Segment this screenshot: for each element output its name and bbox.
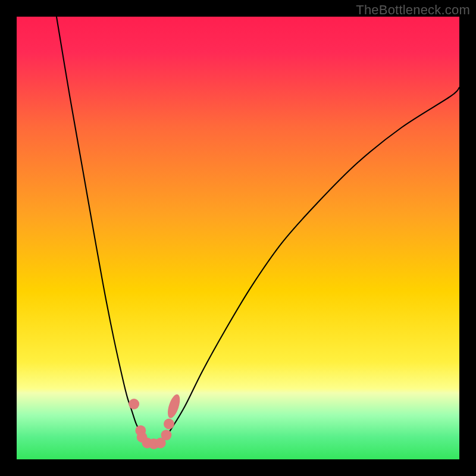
marker-point — [161, 430, 172, 440]
plot-area — [17, 17, 459, 459]
marker-point — [129, 399, 139, 409]
gradient-background — [17, 17, 459, 459]
watermark-text: TheBottleneck.com — [356, 2, 470, 18]
marker-point — [164, 419, 174, 430]
bottleneck-curve-chart — [17, 17, 459, 459]
chart-frame: TheBottleneck.com — [0, 0, 476, 476]
